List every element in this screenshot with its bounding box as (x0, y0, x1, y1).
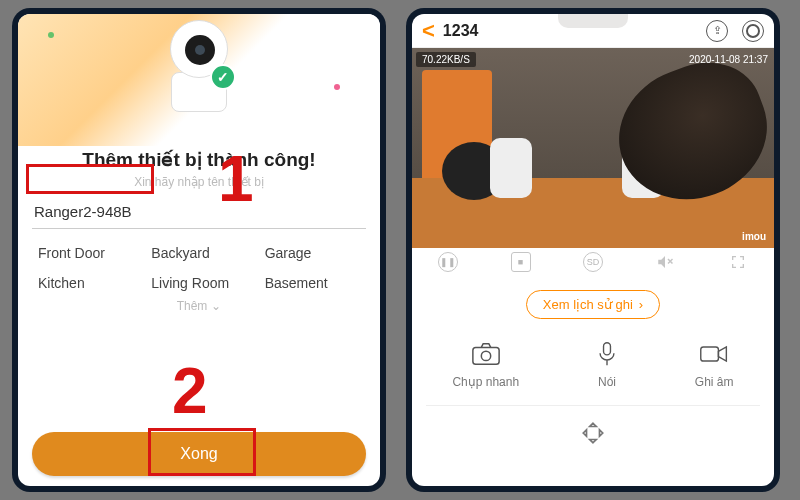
share-icon[interactable]: ⇪ (706, 20, 728, 42)
notch (558, 14, 628, 28)
check-icon: ✓ (210, 64, 236, 90)
watermark: imou (742, 231, 766, 242)
chip-living-room[interactable]: Living Room (151, 275, 246, 291)
svg-rect-5 (701, 347, 719, 361)
action-talk[interactable]: Nói (592, 341, 622, 389)
chip-basement[interactable]: Basement (265, 275, 360, 291)
annotation-number-2: 2 (172, 354, 208, 428)
action-record[interactable]: Ghi âm (695, 341, 734, 389)
mute-icon[interactable] (655, 252, 675, 272)
pan-icon (580, 420, 606, 446)
action-row: Chụp nhanh Nói Ghi âm (412, 327, 774, 397)
done-button[interactable]: Xong (32, 432, 366, 476)
video-controls: ❚❚ ■ SD (412, 248, 774, 276)
live-video[interactable]: 70.22KB/S 2020-11-08 21:37 imou (412, 48, 774, 248)
history-button[interactable]: Xem lịch sử ghi › (526, 290, 660, 319)
stop-icon[interactable]: ■ (511, 252, 531, 272)
chip-front-door[interactable]: Front Door (38, 245, 133, 261)
action-record-label: Ghi âm (695, 375, 734, 389)
back-icon[interactable]: < (422, 18, 435, 44)
mic-icon (592, 341, 622, 367)
gear-icon[interactable] (742, 20, 764, 42)
svg-rect-2 (473, 347, 499, 364)
history-label: Xem lịch sử ghi (543, 297, 633, 312)
fullscreen-icon[interactable] (728, 252, 748, 272)
location-chip-grid: Front Door Backyard Garage Kitchen Livin… (18, 231, 380, 293)
more-label: Thêm (177, 299, 208, 313)
chevron-down-icon: ⌄ (211, 299, 221, 313)
more-toggle[interactable]: Thêm ⌄ (18, 299, 380, 313)
chevron-right-icon: › (639, 297, 643, 312)
chip-garage[interactable]: Garage (265, 245, 360, 261)
phone-left: ✓ Thêm thiết bị thành công! Xin hãy nhập… (12, 8, 386, 492)
done-label: Xong (180, 445, 217, 463)
annotation-number-1: 1 (218, 142, 254, 216)
pause-icon[interactable]: ❚❚ (438, 252, 458, 272)
svg-point-3 (481, 351, 490, 360)
camera-illustration: ✓ (164, 20, 234, 116)
video-timestamp: 2020-11-08 21:37 (689, 54, 768, 65)
chip-backyard[interactable]: Backyard (151, 245, 246, 261)
action-snapshot[interactable]: Chụp nhanh (452, 341, 519, 389)
success-subtitle: Xin hãy nhập tên thiết bị (18, 175, 380, 189)
svg-rect-4 (604, 343, 611, 355)
hero-banner: ✓ (18, 14, 380, 146)
screen-left: ✓ Thêm thiết bị thành công! Xin hãy nhập… (18, 14, 380, 486)
chip-kitchen[interactable]: Kitchen (38, 275, 133, 291)
success-title: Thêm thiết bị thành công! (18, 148, 380, 171)
divider (426, 405, 760, 406)
device-name-input[interactable] (32, 199, 366, 229)
bitrate-badge: 70.22KB/S (416, 52, 476, 67)
quality-icon[interactable]: SD (583, 252, 603, 272)
record-icon (699, 341, 729, 367)
pan-control[interactable] (412, 414, 774, 456)
phone-right: < 1234 ⇪ 70.22KB/S 2020-11-08 21:37 imou… (406, 8, 780, 492)
action-talk-label: Nói (598, 375, 616, 389)
action-snapshot-label: Chụp nhanh (452, 375, 519, 389)
camera-icon (471, 341, 501, 367)
screen-right: < 1234 ⇪ 70.22KB/S 2020-11-08 21:37 imou… (412, 14, 774, 486)
